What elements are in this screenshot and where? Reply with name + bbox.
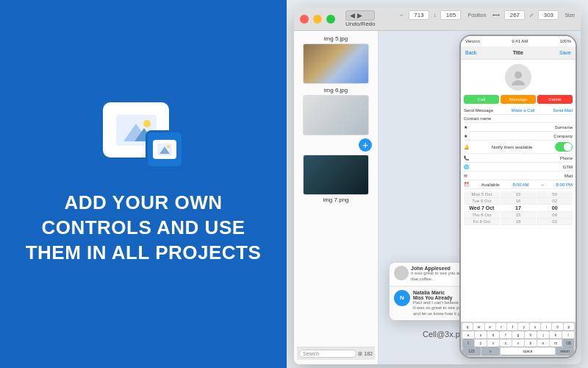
key-h[interactable]: h bbox=[525, 331, 537, 339]
hour-row-4: 18 bbox=[501, 219, 537, 225]
page-count-icon: ⊞ bbox=[358, 351, 362, 356]
key-g[interactable]: g bbox=[512, 331, 524, 339]
day-row-1: Tue 6 Oct bbox=[464, 198, 500, 205]
call-button[interactable]: Call bbox=[464, 95, 499, 104]
page-count: ⊞ 182 bbox=[358, 351, 373, 357]
icon-overlay-inner bbox=[153, 140, 176, 159]
key-w[interactable]: w bbox=[473, 323, 484, 330]
key-emoji[interactable]: ☺ bbox=[481, 347, 500, 355]
close-button[interactable] bbox=[300, 15, 309, 24]
img5-thumbnail[interactable] bbox=[303, 43, 369, 84]
key-f[interactable]: f bbox=[500, 331, 512, 339]
y-field[interactable]: 165 bbox=[440, 10, 461, 20]
phone-battery: 100% bbox=[560, 39, 571, 43]
avatar-icon bbox=[510, 69, 526, 85]
contact-fields: Send Message Make a Call Send Mail Conta… bbox=[461, 107, 576, 189]
img6-thumbnail[interactable] bbox=[303, 95, 369, 135]
phone-mockup: Verizon 9:41 AM 100% Back Title Save bbox=[459, 35, 577, 358]
time-picker[interactable]: Mon 5 Oct Tue 6 Oct Wed 7 Oct Thu 8 Oct … bbox=[464, 191, 573, 225]
save-button[interactable]: Save bbox=[559, 50, 571, 55]
field-notify: 🔔 Notify them available bbox=[464, 141, 573, 154]
width-field[interactable]: 267 bbox=[504, 10, 525, 20]
key-p[interactable]: p bbox=[564, 323, 574, 330]
key-t[interactable]: t bbox=[507, 323, 517, 330]
search-input[interactable]: Search bbox=[299, 350, 356, 358]
key-o[interactable]: o bbox=[552, 323, 562, 330]
key-c[interactable]: c bbox=[500, 339, 512, 347]
mac-window: ◀ ▶ Undo/Redo ↔ 713 ↕ 165 Position ⟷ 267… bbox=[294, 7, 581, 364]
key-x[interactable]: x bbox=[487, 339, 499, 347]
key-d[interactable]: d bbox=[487, 331, 499, 339]
key-return[interactable]: return bbox=[556, 347, 574, 355]
message-button[interactable]: Message bbox=[501, 95, 536, 104]
company-icon: ★ bbox=[464, 133, 467, 138]
key-a[interactable]: a bbox=[462, 331, 474, 339]
key-e[interactable]: e bbox=[485, 323, 495, 330]
back-button[interactable]: Back bbox=[465, 50, 477, 55]
x-icon: ↔ bbox=[399, 13, 404, 18]
delete-button[interactable]: Delete bbox=[537, 95, 573, 104]
mail-label: Mail bbox=[564, 174, 573, 178]
field-surname: ★ Surname bbox=[464, 123, 573, 132]
add-button[interactable]: + bbox=[359, 138, 372, 152]
field-company: ★ Company bbox=[464, 132, 573, 141]
field-mail: ✉ Mail bbox=[464, 171, 573, 180]
hour-row-3: 15 bbox=[501, 212, 537, 219]
left-panel: ADD YOUR OWN CONTROLS AND USE THEM IN AL… bbox=[0, 0, 287, 368]
canvas-area[interactable]: John Appleseed Yesterday It was great to… bbox=[379, 31, 581, 364]
key-z[interactable]: z bbox=[475, 339, 487, 347]
kbd-row-4: 123 ☺ space return bbox=[462, 347, 574, 355]
texture-image bbox=[304, 155, 368, 194]
key-shift[interactable]: ⇧ bbox=[462, 339, 474, 347]
key-k[interactable]: k bbox=[550, 331, 562, 339]
day-row-3: Thu 8 Oct bbox=[464, 212, 500, 219]
phone-keyboard: q w e r t y u i o p a bbox=[461, 322, 576, 357]
phone-nav-bar: Back Title Save bbox=[461, 46, 576, 60]
john-name: John Appleseed bbox=[411, 266, 451, 271]
key-m[interactable]: m bbox=[550, 339, 562, 347]
phone-icon: 📞 bbox=[464, 155, 469, 160]
w-icon: ⟷ bbox=[492, 13, 500, 18]
company-label: Company bbox=[553, 134, 573, 138]
notify-toggle[interactable] bbox=[555, 142, 573, 152]
available-from: 8:00 AM bbox=[513, 183, 529, 187]
file-item-5: img 5.jpg bbox=[297, 35, 375, 84]
phone-status-bar: Verizon 9:41 AM 100% bbox=[461, 36, 576, 46]
key-delete[interactable]: ⌫ bbox=[562, 339, 574, 347]
field-phone: 📞 Phone bbox=[464, 154, 573, 163]
y-icon: ↕ bbox=[434, 13, 437, 18]
key-q[interactable]: q bbox=[462, 323, 473, 330]
key-i[interactable]: i bbox=[541, 323, 551, 330]
available-icon: ⏰ bbox=[464, 182, 469, 187]
key-b[interactable]: b bbox=[525, 339, 537, 347]
height-field[interactable]: 303 bbox=[538, 10, 559, 20]
maximize-button[interactable] bbox=[326, 15, 335, 24]
min-row-3: 09 bbox=[537, 212, 573, 219]
key-123[interactable]: 123 bbox=[462, 347, 481, 355]
phone-time: 9:41 AM bbox=[512, 39, 528, 43]
key-v[interactable]: v bbox=[512, 339, 524, 347]
x-field[interactable]: 713 bbox=[409, 10, 429, 20]
position-size-bar: ↔ 713 ↕ 165 Position ⟷ 267 ⤢ 303 Size bbox=[399, 10, 575, 20]
search-bar: Search ⊞ 182 bbox=[297, 347, 375, 360]
undo-redo-label: Undo/Redo bbox=[345, 21, 375, 27]
key-n[interactable]: n bbox=[537, 339, 549, 347]
undo-redo-controls: ◀ ▶ Undo/Redo bbox=[345, 10, 375, 27]
svg-point-8 bbox=[512, 80, 525, 85]
gtm-icon: 🌐 bbox=[464, 164, 469, 169]
file7-label: img 7.png bbox=[323, 197, 348, 203]
key-space[interactable]: space bbox=[501, 347, 556, 355]
undo-button[interactable]: ◀ ▶ bbox=[345, 10, 375, 21]
key-r[interactable]: r bbox=[496, 323, 506, 330]
key-l[interactable]: l bbox=[562, 331, 574, 339]
right-panel: ◀ ▶ Undo/Redo ↔ 713 ↕ 165 Position ⟷ 267… bbox=[287, 0, 588, 368]
key-s[interactable]: s bbox=[475, 331, 487, 339]
minimize-button[interactable] bbox=[313, 15, 322, 24]
key-y[interactable]: y bbox=[518, 323, 528, 330]
app-icon bbox=[103, 102, 184, 169]
key-u[interactable]: u bbox=[530, 323, 540, 330]
img7-thumbnail[interactable] bbox=[303, 155, 369, 195]
page-count-value: 182 bbox=[364, 351, 373, 356]
key-j[interactable]: j bbox=[537, 331, 549, 339]
field-send-message: Send Message Make a Call Send Mail bbox=[464, 107, 573, 115]
